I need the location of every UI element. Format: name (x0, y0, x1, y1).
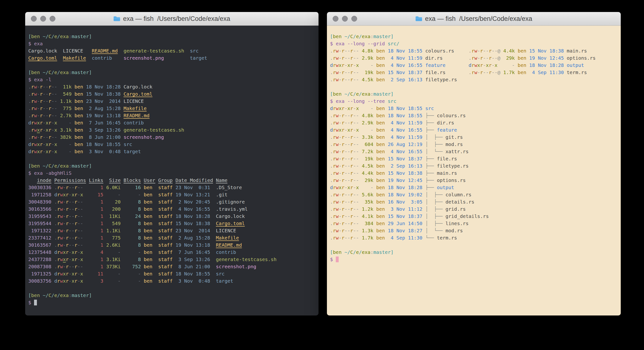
terminal-line: .rw-r--r-- 4.8k ben 18 Nov 18:55 ├── col… (330, 112, 619, 119)
terminal-line: $ exa --long --grid src/ (330, 40, 619, 47)
terminal-line: drwxr-xr-x - ben 4 Nov 16:55 feature drw… (330, 62, 619, 69)
zoom-button[interactable] (50, 16, 55, 22)
window-controls (333, 12, 357, 26)
window-title-text: exa — fish /Users/ben/Code/exa/exa (123, 15, 230, 22)
terminal-line: .rw-r--r-- 382k ben 8 Jun 21:00 screensh… (28, 134, 316, 141)
terminal-line: drwxr-xr-x - ben 18 Nov 18:28 ├── output (330, 184, 619, 191)
terminal-line (28, 284, 316, 292)
terminal-line: .rw-r--r-- 4.5k ben 2 Sep 16:13 ├── file… (330, 162, 619, 170)
terminal-line: 23377412 .rw-r--r-- 1 775 8 ben staff 2 … (28, 234, 316, 242)
terminal-line: .rw-r--r-- 4.4k ben 15 Nov 18:38 ├── mai… (330, 170, 619, 177)
terminal-line: .rw-r--r-- 29k ben 19 Nov 12:45 ├── opti… (330, 177, 619, 184)
terminal-line: .rw-r--r-- 1.2k ben 3 Nov 11:12 │ ├── gr… (330, 206, 619, 213)
terminal-window-light: exa — fish /Users/ben/Code/exa/exa [ben … (327, 12, 621, 316)
terminal-line: 31959544 .rw-r--r-- 1 549 8 ben staff 15… (28, 220, 316, 227)
terminal-line: $ exa -l (28, 76, 316, 83)
terminal-line: .rw-r--r-- 4.5k ben 2 Sep 16:13 filetype… (330, 76, 619, 83)
terminal-line: $ (330, 256, 619, 263)
terminal-line: .rw-r--r-- 3.3k ben 4 Nov 11:59 │ ├── gi… (330, 134, 619, 141)
terminal-line: .rw-r--r-- 2.7k ben 19 Nov 13:18 README.… (28, 112, 316, 119)
minimize-button[interactable] (40, 16, 46, 22)
terminal-output[interactable]: [ben ~/C/e/exa:master]$ exa --long --gri… (327, 26, 621, 316)
terminal-line: 20087308 .rw-r--r-- 1 373Ki 752 ben staf… (28, 263, 316, 270)
close-button[interactable] (333, 16, 338, 22)
terminal-line: 30163566 .rw-r--r-- 1 200 8 ben staff 4 … (28, 206, 316, 213)
terminal-line: drwxr-xr-x - ben 7 Jun 16:45 contrib (28, 119, 316, 126)
terminal-line: .rwxr-xr-x 3.1k ben 3 Sep 13:26 generate… (28, 126, 316, 134)
terminal-line: $ exa --long --tree src (330, 98, 619, 105)
terminal-line: .rw-r--r-- 1.7k ben 4 Sep 11:30 └── term… (330, 234, 619, 242)
folder-icon (415, 16, 422, 22)
folder-icon (113, 16, 120, 22)
desktop: { "page": { "background": "#000000" }, "… (0, 0, 644, 350)
terminal-line: .rw-r--r-- 604 ben 26 Aug 12:19 │ ├── mo… (330, 141, 619, 148)
terminal-line (28, 155, 316, 162)
terminal-output[interactable]: [ben ~/C/e/exa:master]$ exaCargo.lock LI… (25, 26, 318, 316)
terminal-line: .rw-r--r-- 19k ben 15 Nov 18:37 ├── file… (330, 155, 619, 162)
terminal-line: .rw-r--r-- 4.1k ben 15 Nov 18:37 │ ├── g… (330, 213, 619, 220)
cursor (34, 300, 37, 306)
terminal-line: .rw-r--r-- 775 ben 2 Aug 15:28 Makefile (28, 105, 316, 112)
terminal-line (28, 62, 316, 69)
terminal-line: [ben ~/C/e/exa:master] (28, 33, 316, 40)
window-title-text: exa — fish /Users/ben/Code/exa/exa (425, 15, 532, 22)
terminal-line: inode Permissions Links Size Blocks User… (28, 177, 316, 184)
zoom-button[interactable] (351, 16, 357, 22)
terminal-line: 31959543 .rw-r--r-- 1 11Ki 24 ben staff … (28, 213, 316, 220)
terminal-line: .rw-r--r-- 19k ben 15 Nov 18:37 file.rs … (330, 69, 619, 76)
terminal-line: Cargo.lock LICENCE README.md generate-te… (28, 47, 316, 54)
terminal-line: .rw-r--r-- 5.6k ben 18 Nov 19:02 │ ├── c… (330, 191, 619, 198)
terminal-line: [ben ~/C/e/exa:master] (28, 292, 316, 299)
terminal-line: drwxr-xr-x - ben 3 Nov 0:48 target (28, 148, 316, 155)
terminal-line: [ben ~/C/e/exa:master] (330, 33, 619, 40)
terminal-line: [ben ~/C/e/exa:master] (28, 162, 316, 170)
terminal-line: 12375448 drwxr-xr-x 4 - - ben staff 7 Ju… (28, 248, 316, 256)
terminal-line: $ exa (28, 40, 316, 47)
terminal-window-dark: exa — fish /Users/ben/Code/exa/exa [ben … (25, 12, 318, 316)
terminal-line: [ben ~/C/e/exa:master] (28, 69, 316, 76)
terminal-line (330, 242, 619, 248)
terminal-line: .rw-r--r-- 7.2k ben 4 Nov 16:55 │ └── xa… (330, 148, 619, 155)
terminal-line: .rw-r--r-- 1.1k ben 23 Nov 2014 LICENCE (28, 98, 316, 105)
terminal-line: .rw-r--r-- 35k ben 16 Nov 3:05 │ ├── det… (330, 198, 619, 206)
terminal-line: .rw-r--r-- 2.9k ben 4 Nov 11:59 dir.rs .… (330, 54, 619, 62)
terminal-line: $ exa -abghHliS (28, 170, 316, 177)
terminal-line: 1971325 drwxr-xr-x 11 - - ben staff 18 N… (28, 270, 316, 277)
terminal-line: .rw-r--r-- 4.8k ben 18 Nov 18:55 colours… (330, 47, 619, 54)
terminal-line (330, 83, 619, 90)
terminal-line: $ (28, 299, 316, 306)
terminal-line: drwxr-xr-x - ben 4 Nov 16:55 ├── feature (330, 126, 619, 134)
terminal-line: 30163567 .rw-r--r-- 1 2.6Ki 8 ben staff … (28, 242, 316, 248)
terminal-line: .rw-r--r-- 384 ben 29 Jun 14:50 │ ├── li… (330, 220, 619, 227)
cursor (336, 256, 339, 262)
terminal-line: 30030336 .rw-r--r-- 1 6.0Ki 16 ben staff… (28, 184, 316, 191)
terminal-line: .rw-r--r-- 1.3k ben 18 Nov 18:27 │ └── m… (330, 227, 619, 234)
terminal-line: [ben ~/C/e/exa:master] (330, 90, 619, 98)
terminal-line: 30083756 drwxr-xr-x 3 - - ben staff 3 No… (28, 277, 316, 284)
terminal-line: .rw-r--r-- 549 ben 15 Nov 18:38 Cargo.to… (28, 90, 316, 98)
close-button[interactable] (31, 16, 37, 22)
window-titlebar[interactable]: exa — fish /Users/ben/Code/exa/exa (25, 12, 318, 26)
window-title: exa — fish /Users/ben/Code/exa/exa (113, 15, 230, 22)
terminal-line: 30048390 .rw-r--r-- 1 20 8 ben staff 2 N… (28, 198, 316, 206)
minimize-button[interactable] (342, 16, 348, 22)
terminal-line: drwxr-xr-x - ben 18 Nov 18:55 src (28, 141, 316, 148)
window-titlebar[interactable]: exa — fish /Users/ben/Code/exa/exa (327, 12, 621, 26)
terminal-line: .rw-r--r-- 2.9k ben 4 Nov 11:59 ├── dir.… (330, 119, 619, 126)
window-title: exa — fish /Users/ben/Code/exa/exa (415, 15, 532, 22)
window-controls (31, 12, 55, 26)
terminal-line: Cargo.toml Makefile contrib screenshot.p… (28, 54, 316, 62)
terminal-line: 1971322 .rw-r--r-- 1 1.1Ki 8 ben staff 2… (28, 227, 316, 234)
terminal-line: .rw-r--r-- 11k ben 18 Nov 18:28 Cargo.lo… (28, 83, 316, 90)
terminal-line: 24377288 .rwxr-xr-x 1 3.1Ki 8 ben staff … (28, 256, 316, 263)
terminal-line: [ben ~/C/e/exa:master] (330, 248, 619, 256)
terminal-line: 1971258 drwxr-xr-x 15 - - ben staff 19 N… (28, 191, 316, 198)
terminal-line: drwxr-xr-x - ben 18 Nov 18:55 src (330, 105, 619, 112)
